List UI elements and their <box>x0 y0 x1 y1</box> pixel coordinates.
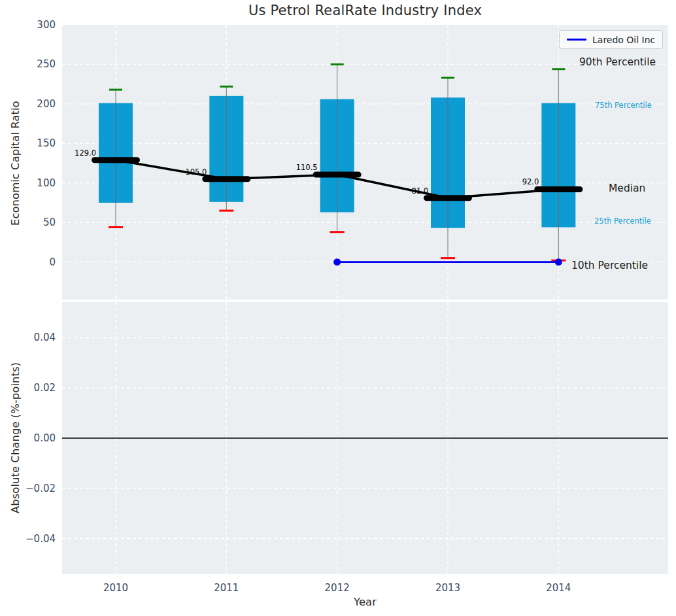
median-annotation-2011: 105.0 <box>185 167 207 177</box>
median-annotation-2012: 110.5 <box>296 163 318 172</box>
x-tick-label: 2010 <box>93 582 139 594</box>
figure-root: Us Petrol RealRate Industry Index Econom… <box>0 0 676 616</box>
bottom-plot-area <box>62 302 668 574</box>
y-tick-label-bottom: 0.02 <box>22 382 56 394</box>
median-annotation-2013: 81.0 <box>411 186 428 196</box>
x-tick-label: 2014 <box>535 582 581 594</box>
x-tick-label: 2013 <box>425 582 471 594</box>
boxplot-canvas: 129.0105.0110.581.092.0 <box>62 25 668 299</box>
y-axis-label-top: Economic Capital Ratio <box>9 78 22 248</box>
median-marker-2013 <box>424 195 472 201</box>
legend-line-sample-icon <box>567 39 586 41</box>
y-tick-label-bottom: 0.04 <box>22 332 56 343</box>
x-tick-label: 2012 <box>314 582 360 594</box>
median-marker-2014 <box>534 186 583 192</box>
y-tick-label-top: 250 <box>22 58 56 70</box>
x-tick-label: 2011 <box>203 582 249 594</box>
median-marker-2010 <box>92 157 140 163</box>
y-tick-label-top: 200 <box>22 98 56 110</box>
median-marker-2011 <box>202 176 250 182</box>
y-axis-label-bottom: Absolute Change (%-points) <box>9 327 22 549</box>
x-axis-label: Year <box>62 596 668 608</box>
change-canvas <box>62 302 668 574</box>
legend-label: Laredo Oil Inc <box>592 35 655 45</box>
chart-title: Us Petrol RealRate Industry Index <box>62 3 668 18</box>
laredo-point <box>555 258 562 265</box>
label-75th-percentile: 75th Percentile <box>595 101 652 110</box>
label-25th-percentile: 25th Percentile <box>594 216 651 226</box>
y-tick-label-bottom: −0.02 <box>22 483 56 494</box>
median-annotation-2010: 129.0 <box>75 148 96 158</box>
y-tick-label-top: 300 <box>22 19 56 31</box>
y-tick-label-bottom: −0.04 <box>22 533 56 545</box>
y-tick-label-bottom: 0.00 <box>22 432 56 444</box>
median-annotation-2014: 92.0 <box>522 177 539 186</box>
top-plot-area: 129.0105.0110.581.092.0 <box>62 25 668 299</box>
legend-box: Laredo Oil Inc <box>559 30 663 49</box>
y-tick-label-top: 150 <box>22 137 56 149</box>
label-10th-percentile: 10th Percentile <box>571 260 648 271</box>
median-marker-2012 <box>313 172 362 178</box>
laredo-point <box>333 258 341 265</box>
label-median: Median <box>609 182 645 194</box>
label-90th-percentile: 90th Percentile <box>579 56 656 68</box>
y-tick-label-top: 50 <box>22 216 56 228</box>
y-tick-label-top: 100 <box>22 177 56 189</box>
y-tick-label-top: 0 <box>22 256 56 268</box>
